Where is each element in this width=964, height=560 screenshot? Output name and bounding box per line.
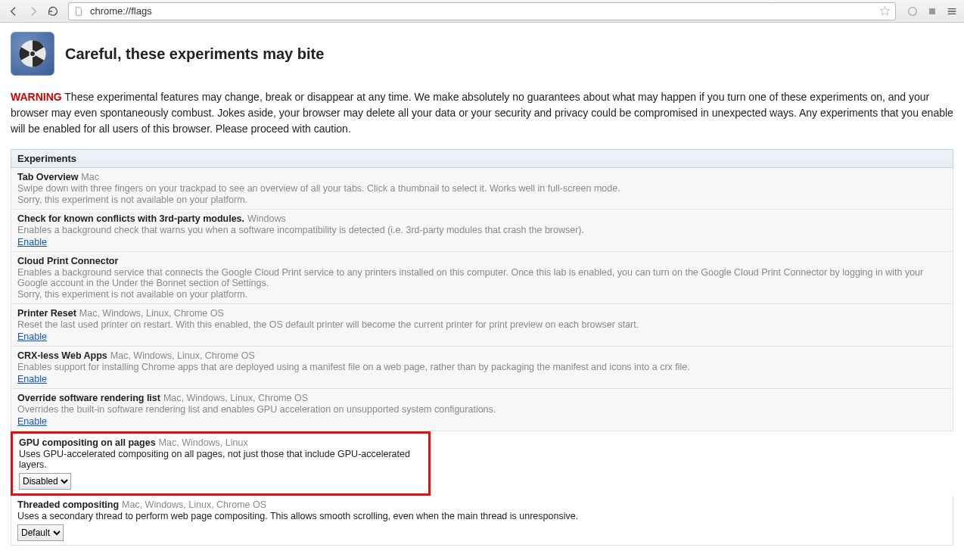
- experiment-title: Threaded compositing: [17, 499, 119, 510]
- experiment-platforms: Mac: [81, 172, 99, 182]
- experiment-platforms: Mac, Windows, Linux, Chrome OS: [110, 350, 255, 361]
- extension-icon-1[interactable]: [905, 4, 920, 19]
- experiment-platforms: Mac, Windows, Linux, Chrome OS: [79, 308, 224, 319]
- enable-link[interactable]: Enable: [17, 237, 47, 247]
- experiment-platforms: Mac, Windows, Linux, Chrome OS: [122, 499, 266, 510]
- reload-button[interactable]: [44, 2, 62, 20]
- page-header: Careful, these experiments may bite: [11, 32, 953, 76]
- warning-radiation-icon: [11, 32, 54, 76]
- experiment-description: Uses GPU-accelerated compositing on all …: [19, 449, 422, 470]
- experiment-description: Reset the last used printer on restart. …: [17, 319, 947, 330]
- page-content: Careful, these experiments may bite WARN…: [0, 23, 964, 560]
- experiment-description: Enables support for installing Chrome ap…: [17, 362, 947, 372]
- experiment-threaded-compositing: Threaded compositingMac, Windows, Linux,…: [11, 496, 953, 546]
- experiment-gpu-compositing: GPU compositing on all pagesMac, Windows…: [11, 431, 431, 496]
- experiments-section-header: Experiments: [11, 149, 953, 168]
- experiment-crxless: CRX-less Web AppsMac, Windows, Linux, Ch…: [11, 347, 953, 389]
- experiment-platforms: Mac, Windows, Linux, Chrome OS: [163, 393, 308, 403]
- experiment-cloud-print: Cloud Print Connector Enables a backgrou…: [11, 252, 953, 304]
- experiment-title: CRX-less Web Apps: [17, 350, 107, 361]
- gpu-compositing-select[interactable]: Disabled: [19, 473, 71, 490]
- experiment-title: Cloud Print Connector: [17, 256, 118, 266]
- enable-link[interactable]: Enable: [17, 374, 47, 384]
- experiment-printer-reset: Printer ResetMac, Windows, Linux, Chrome…: [11, 304, 953, 347]
- enable-link[interactable]: Enable: [17, 416, 47, 427]
- experiment-description: Enables a background service that connec…: [17, 267, 947, 288]
- menu-icon: [946, 5, 958, 17]
- menu-button[interactable]: [944, 4, 959, 19]
- experiment-title: GPU compositing on all pages: [19, 437, 156, 448]
- arrow-left-icon: [8, 5, 20, 17]
- page-title: Careful, these experiments may bite: [65, 45, 324, 63]
- experiment-conflicts: Check for known conflicts with 3rd-party…: [11, 210, 953, 252]
- svg-point-0: [909, 7, 917, 15]
- warning-label: WARNING: [11, 91, 62, 103]
- experiment-platforms: Mac, Windows, Linux: [159, 437, 248, 448]
- svg-point-4: [30, 51, 35, 56]
- svg-rect-1: [929, 8, 935, 14]
- browser-toolbar: [0, 0, 964, 23]
- url-input[interactable]: [89, 5, 879, 17]
- experiment-unavailable: Sorry, this experiment is not available …: [17, 289, 947, 300]
- arrow-right-icon: [27, 5, 39, 17]
- experiment-description: Overrides the built-in software renderin…: [17, 404, 947, 415]
- warning-paragraph: WARNING These experimental features may …: [11, 89, 953, 137]
- experiment-title: Printer Reset: [17, 308, 76, 319]
- experiment-title: Tab Overview: [17, 172, 78, 182]
- extension-icon-2[interactable]: [925, 4, 940, 19]
- address-bar[interactable]: [68, 2, 896, 20]
- reload-icon: [47, 5, 59, 17]
- experiment-tab-overview: Tab OverviewMac Swipe down with three fi…: [11, 168, 953, 210]
- experiment-title: Check for known conflicts with 3rd-party…: [17, 213, 244, 224]
- experiment-unavailable: Sorry, this experiment is not available …: [17, 194, 947, 205]
- experiment-platforms: Windows: [247, 213, 286, 224]
- enable-link[interactable]: Enable: [17, 331, 47, 342]
- back-button[interactable]: [5, 2, 23, 20]
- experiment-title: Override software rendering list: [17, 393, 160, 403]
- page-icon: [73, 6, 84, 17]
- experiment-description: Swipe down with three fingers on your tr…: [17, 183, 947, 194]
- experiment-override-software: Override software rendering listMac, Win…: [11, 389, 953, 431]
- warning-text: These experimental features may change, …: [11, 91, 953, 135]
- threaded-compositing-select[interactable]: Default: [17, 524, 64, 541]
- experiment-description: Uses a secondary thread to perform web p…: [17, 511, 947, 521]
- star-icon[interactable]: [879, 5, 891, 17]
- experiment-description: Enables a background check that warns yo…: [17, 225, 947, 235]
- forward-button[interactable]: [24, 2, 42, 20]
